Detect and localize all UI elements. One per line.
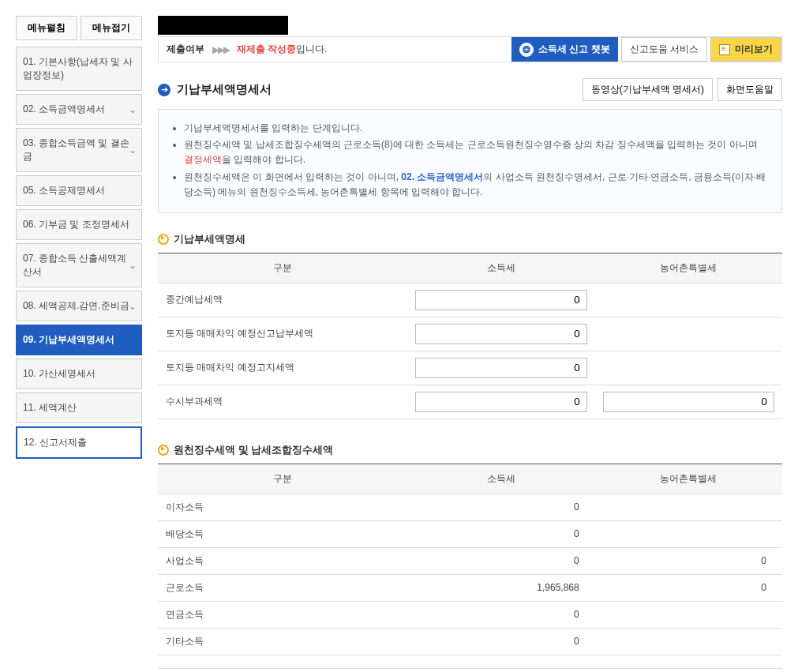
- chat-icon: ❂: [519, 43, 534, 57]
- sidebar-item-7[interactable]: 08. 세액공제.감면.준비금⌄: [16, 291, 142, 321]
- table-row: 사업소득00: [158, 547, 782, 574]
- chevron-down-icon: ⌄: [129, 260, 137, 271]
- income-tax-value: 0: [407, 547, 594, 574]
- table-row: 이자소득0: [158, 494, 782, 520]
- preview-button[interactable]: 미리보기: [710, 37, 781, 62]
- table-row: 기타소득0: [158, 628, 782, 655]
- help-service-button[interactable]: 신고도움 서비스: [621, 37, 707, 62]
- sidebar-item-1[interactable]: 01. 기본사항(납세자 및 사업장정보): [16, 47, 142, 91]
- income-tax-value: 1,965,868: [407, 574, 594, 601]
- rural-tax-value: [595, 628, 782, 655]
- income-tax-input[interactable]: [415, 290, 586, 310]
- bullet-icon: [158, 234, 169, 245]
- table-row: 근로소득1,965,8680: [158, 574, 782, 601]
- sidebar-item-9[interactable]: 10. 가산세명세서: [16, 359, 142, 389]
- table-row: 배당소득0: [158, 520, 782, 547]
- sidebar-item-5[interactable]: 06. 기부금 및 조정명세서: [16, 209, 142, 240]
- info-box: 기납부세액명세서를 입력하는 단계입니다. 원천징수세액 및 납세조합징수세액의…: [158, 109, 782, 213]
- rural-tax-value: 0: [595, 574, 782, 601]
- preview-icon: [719, 44, 730, 55]
- income-tax-value: 0: [407, 494, 594, 520]
- sidebar-item-3[interactable]: 03. 종합소득금액 및 결손금⌄: [16, 128, 142, 172]
- row-label: 토지등 매매차익 예정고지세액: [158, 351, 407, 385]
- row-label: 기타소득: [158, 628, 407, 655]
- rural-tax-value: 0: [595, 547, 782, 574]
- total-rural-tax: 0: [595, 668, 782, 672]
- sidebar-item-4[interactable]: 05. 소득공제명세서: [16, 175, 142, 206]
- row-label: 이자소득: [158, 494, 407, 520]
- menu-collapse-button[interactable]: 메뉴접기: [81, 16, 142, 40]
- sidebar-item-6[interactable]: 07. 종합소득 산출세액계산서⌄: [16, 243, 142, 287]
- table-row: 수시부과세액: [158, 385, 782, 419]
- sidebar-item-10[interactable]: 11. 세액계산: [16, 392, 142, 423]
- rural-tax-value: [595, 494, 782, 520]
- row-label: 토지등 매매차익 예정신고납부세액: [158, 317, 407, 351]
- income-tax-input[interactable]: [415, 324, 586, 344]
- section1-title: 기납부세액명세: [174, 232, 245, 246]
- total-income-tax: 1,965,868: [407, 668, 594, 672]
- submit-status: 제출여부 ▶▶▶ 재제출 작성중입니다.: [159, 37, 511, 62]
- sidebar-item-2[interactable]: 02. 소득금액명세서⌄: [16, 94, 142, 125]
- sidebar-item-11[interactable]: 12. 신고서제출: [16, 426, 142, 459]
- chevron-down-icon: ⌄: [129, 145, 137, 156]
- income-tax-value: 0: [407, 520, 594, 547]
- row-label: 수시부과세액: [158, 385, 407, 419]
- title-icon: ➔: [158, 84, 170, 96]
- income-tax-value: 0: [407, 628, 594, 655]
- income-tax-value: 0: [407, 601, 594, 628]
- withholding-tax-table: 구분 소득세 농어촌특별세 이자소득0배당소득0사업소득00근로소득1,965,…: [158, 464, 782, 672]
- table-row: 토지등 매매차익 예정고지세액: [158, 351, 782, 385]
- rural-tax-input[interactable]: [603, 392, 774, 412]
- row-label: 연금소득: [158, 601, 407, 628]
- page-title: 기납부세액명세서: [177, 82, 272, 97]
- table-row: 토지등 매매차익 예정신고납부세액: [158, 317, 782, 351]
- menu-expand-button[interactable]: 메뉴펼침: [16, 16, 77, 40]
- total-label: 합계: [158, 668, 407, 672]
- table-row: 중간예납세액: [158, 283, 782, 317]
- rural-tax-value: [595, 601, 782, 628]
- video-guide-button[interactable]: 동영상(기납부세액 명세서): [583, 78, 713, 101]
- row-label: 사업소득: [158, 547, 407, 574]
- row-label: 배당소득: [158, 520, 407, 547]
- section2-title: 원천징수세액 및 납세조합징수세액: [174, 443, 333, 457]
- redacted-header: [158, 16, 288, 35]
- screen-help-button[interactable]: 화면도움말: [717, 78, 782, 101]
- prepaid-tax-table: 구분 소득세 농어촌특별세 중간예납세액토지등 매매차익 예정신고납부세액토지등…: [158, 253, 782, 419]
- chevron-down-icon: ⌄: [129, 301, 137, 312]
- row-label: 근로소득: [158, 574, 407, 601]
- table-row: 연금소득0: [158, 601, 782, 628]
- sidebar-item-8[interactable]: 09. 기납부세액명세서: [16, 325, 142, 355]
- income-tax-input[interactable]: [415, 392, 586, 412]
- total-row: 합계1,965,8680: [158, 668, 782, 672]
- row-label: 중간예납세액: [158, 283, 407, 317]
- rural-tax-value: [595, 520, 782, 547]
- chatbot-button[interactable]: ❂ 소득세 신고 챗봇: [511, 37, 618, 62]
- bullet-icon: [158, 445, 169, 456]
- chevron-down-icon: ⌄: [129, 104, 137, 115]
- income-tax-input[interactable]: [415, 358, 586, 378]
